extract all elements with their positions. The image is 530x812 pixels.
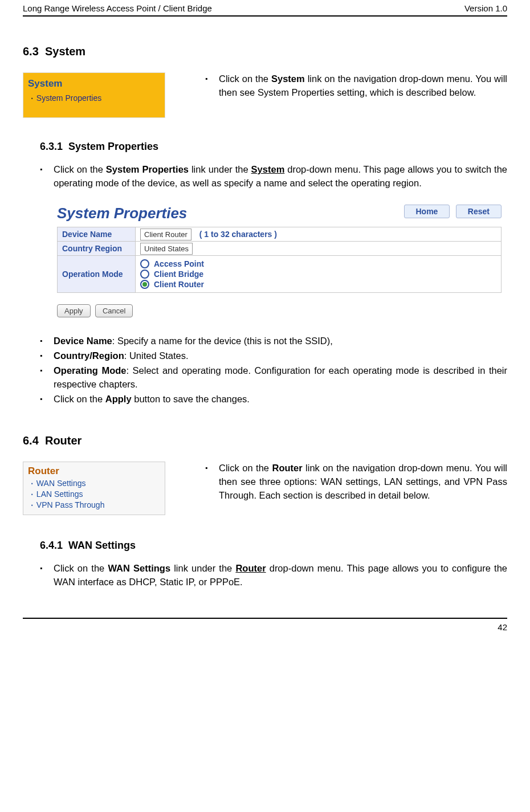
header-right: Version 1.0 <box>464 3 507 13</box>
home-button[interactable]: Home <box>404 205 450 218</box>
wan-settings-text: Click on the WAN Settings link under the… <box>40 562 507 589</box>
apply-button[interactable]: Apply <box>57 304 91 317</box>
country-region-bullet: Country/Region: United States. <box>40 349 507 363</box>
router-menu-vpn: VPN Pass Through <box>31 500 160 509</box>
sp-title: System Properties <box>57 205 187 222</box>
radio-icon <box>140 270 149 279</box>
reset-button[interactable]: Reset <box>456 205 502 218</box>
system-menu-item: System Properties <box>31 92 160 104</box>
router-menu-title: Router <box>28 466 160 477</box>
section-6-3: 6.3 System <box>23 45 507 58</box>
section-6-3-1: 6.3.1 System Properties <box>40 141 507 153</box>
router-menu-lan: LAN Settings <box>31 489 160 499</box>
radio-client-bridge[interactable]: Client Bridge <box>140 270 496 279</box>
footer: 42 <box>23 618 507 643</box>
system-menu-title: System <box>28 76 160 91</box>
country-region-input[interactable]: United States <box>140 243 193 255</box>
radio-client-router[interactable]: Client Router <box>140 280 496 289</box>
device-name-label: Device Name <box>58 227 136 241</box>
router-menu-box: Router WAN Settings LAN Settings VPN Pas… <box>23 462 165 515</box>
country-region-label: Country Region <box>58 241 136 255</box>
operation-mode-label: Operation Mode <box>58 255 136 292</box>
section-6-4-1: 6.4.1 WAN Settings <box>40 540 507 552</box>
radio-icon-checked <box>140 280 149 289</box>
router-menu-wan: WAN Settings <box>31 479 160 488</box>
operating-mode-bullet: Operating Mode: Select and operating mod… <box>40 364 507 391</box>
device-name-input[interactable]: Client Router <box>140 228 191 240</box>
apply-bullet: Click on the Apply button to save the ch… <box>40 393 507 406</box>
device-name-note: ( 1 to 32 characters ) <box>194 230 277 239</box>
system-intro-text: Click on the System link on the navigati… <box>205 72 507 100</box>
section-6-4: 6.4 Router <box>23 434 507 447</box>
device-name-bullet: Device Name: Specify a name for the devi… <box>40 334 507 348</box>
cancel-button[interactable]: Cancel <box>95 304 133 317</box>
router-intro-text: Click on the Router link on the navigati… <box>205 462 507 503</box>
sysprops-text: Click on the System Properties link unde… <box>40 163 507 190</box>
radio-icon <box>140 259 149 268</box>
header-left: Long Range Wireless Access Point / Clien… <box>23 3 212 13</box>
system-menu-box: System System Properties <box>23 72 165 118</box>
header: Long Range Wireless Access Point / Clien… <box>23 0 507 17</box>
system-properties-screenshot: System Properties Home Reset Device Name… <box>57 205 502 317</box>
radio-access-point[interactable]: Access Point <box>140 259 496 268</box>
page-number: 42 <box>498 622 507 632</box>
